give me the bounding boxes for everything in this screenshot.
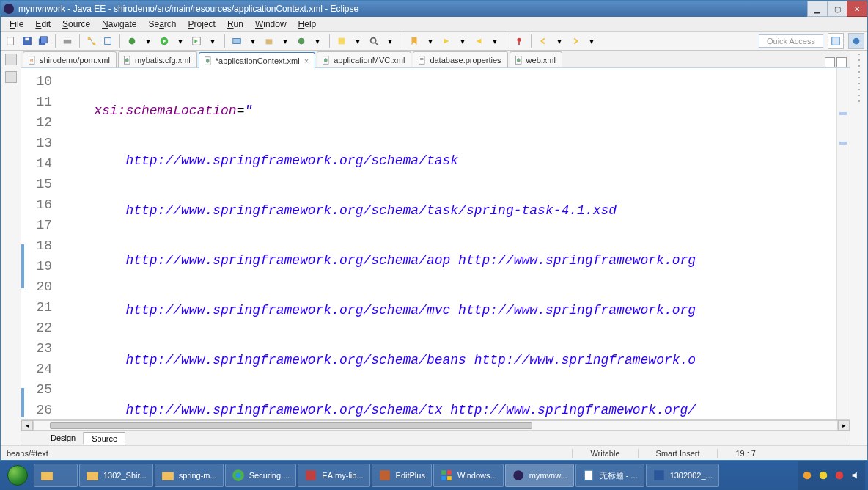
taskbar-word[interactable]: 1302002_...: [646, 464, 719, 487]
taskbar-chrome[interactable]: Securing ...: [225, 464, 297, 487]
console-icon[interactable]: [858, 100, 860, 102]
tray-icon[interactable]: [834, 470, 845, 480]
toggle-mark-button[interactable]: [407, 34, 422, 48]
svg-rect-14: [266, 39, 273, 44]
horizontal-scrollbar[interactable]: ◂ ▸: [21, 419, 850, 431]
next-annotation-button[interactable]: [439, 34, 454, 48]
dropdown-icon[interactable]: ▾: [278, 34, 293, 48]
source-tab[interactable]: Source: [84, 432, 125, 445]
scroll-thumb[interactable]: [50, 422, 532, 429]
open-type-button[interactable]: [334, 34, 349, 48]
current-line-marker: [21, 244, 24, 265]
taskbar-explorer[interactable]: [34, 464, 78, 487]
tab-pom-xml[interactable]: M shirodemo/pom.xml: [23, 51, 117, 67]
menu-run[interactable]: Run: [221, 18, 249, 31]
dropdown-icon[interactable]: ▾: [350, 34, 365, 48]
menu-source[interactable]: Source: [56, 18, 96, 31]
dropdown-icon[interactable]: ▾: [173, 34, 188, 48]
outline-icon[interactable]: [858, 59, 860, 61]
menu-window[interactable]: Window: [249, 18, 293, 31]
taskbar-notepad[interactable]: 无标题 - ...: [575, 464, 644, 487]
snippets-icon[interactable]: [858, 83, 860, 84]
run-button[interactable]: [157, 34, 172, 48]
tab-applicationmvc[interactable]: applicationMVC.xml: [317, 51, 411, 67]
task-list-icon[interactable]: [858, 65, 860, 67]
menu-project[interactable]: Project: [183, 18, 221, 31]
link-editor-button[interactable]: [84, 34, 99, 48]
tab-web-xml[interactable]: web.xml: [510, 51, 562, 67]
dropdown-icon[interactable]: ▾: [552, 34, 567, 48]
maximize-editor-icon[interactable]: [836, 57, 847, 67]
overview-mark[interactable]: [839, 142, 847, 145]
menu-search[interactable]: Search: [142, 18, 182, 31]
perspective-open-button[interactable]: [828, 33, 844, 49]
tab-mybatis-cfg[interactable]: mybatis.cfg.xml: [118, 51, 197, 67]
taskbar-item[interactable]: Windows...: [433, 464, 504, 487]
volume-icon[interactable]: [850, 470, 861, 480]
taskbar-item[interactable]: 1302_Shir...: [79, 464, 153, 487]
minimize-button[interactable]: ▁: [807, 1, 828, 17]
prev-annotation-button[interactable]: [471, 34, 486, 48]
start-button[interactable]: [3, 463, 32, 488]
close-button[interactable]: ✕: [847, 1, 867, 17]
design-tab[interactable]: Design: [43, 432, 84, 444]
overview-ruler[interactable]: [836, 68, 850, 419]
properties-icon[interactable]: [858, 95, 860, 96]
dropdown-icon[interactable]: ▾: [310, 34, 325, 48]
forward-button[interactable]: [568, 34, 583, 48]
taskbar-item[interactable]: EA:my-lib...: [298, 464, 369, 487]
tab-database-properties[interactable]: database.properties: [413, 51, 507, 67]
new-button[interactable]: [4, 34, 18, 48]
new-package-button[interactable]: [262, 34, 276, 48]
back-button[interactable]: [536, 34, 551, 48]
dropdown-icon[interactable]: ▾: [141, 34, 155, 48]
scroll-track[interactable]: [33, 420, 838, 431]
scroll-right-icon[interactable]: ▸: [838, 420, 850, 431]
restore-view-icon[interactable]: [858, 54, 860, 55]
run-last-button[interactable]: [189, 34, 204, 48]
dropdown-icon[interactable]: ▾: [423, 34, 438, 48]
pin-editor-button[interactable]: [512, 34, 526, 48]
debug-button[interactable]: [125, 34, 139, 48]
overview-mark[interactable]: [839, 112, 847, 115]
menu-edit[interactable]: Edit: [29, 18, 56, 31]
new-server-button[interactable]: [229, 34, 244, 48]
perspective-javaee-button[interactable]: [848, 33, 864, 49]
taskbar-editplus[interactable]: EditPlus: [372, 464, 432, 487]
new-class-button[interactable]: [294, 34, 309, 48]
toggle-button[interactable]: [100, 34, 115, 48]
search-button[interactable]: [367, 34, 381, 48]
tray-icon[interactable]: [818, 470, 828, 480]
dropdown-icon[interactable]: ▾: [584, 34, 599, 48]
dropdown-icon[interactable]: ▾: [488, 34, 502, 48]
menu-navigate[interactable]: Navigate: [96, 18, 142, 31]
system-tray[interactable]: [798, 461, 865, 490]
menu-file[interactable]: File: [4, 18, 29, 31]
scroll-left-icon[interactable]: ◂: [21, 420, 33, 431]
data-source-icon[interactable]: [858, 77, 860, 78]
project-explorer-icon[interactable]: [5, 71, 17, 83]
save-button[interactable]: [20, 34, 34, 48]
dropdown-icon[interactable]: ▾: [455, 34, 470, 48]
servers-icon[interactable]: [858, 71, 860, 73]
taskbar-item[interactable]: spring-m...: [155, 464, 224, 487]
code-content[interactable]: xsi:schemaLocation=" http://www.springfr…: [58, 68, 836, 419]
dropdown-icon[interactable]: ▾: [246, 34, 260, 48]
maximize-button[interactable]: ▢: [827, 1, 847, 17]
dropdown-icon[interactable]: ▾: [383, 34, 397, 48]
editor-body[interactable]: 10 11 12 13 14 15 16 17 18 19 20 21 22 2…: [21, 68, 850, 419]
quick-access-input[interactable]: Quick Access: [759, 34, 823, 48]
tab-applicationcontext[interactable]: *applicationContext.xml ×: [199, 52, 315, 68]
dropdown-icon[interactable]: ▾: [205, 34, 220, 48]
markers-icon[interactable]: [858, 89, 860, 90]
restore-view-icon[interactable]: [5, 54, 17, 65]
print-button[interactable]: [60, 34, 75, 48]
minimize-editor-icon[interactable]: [825, 57, 835, 67]
tray-icon[interactable]: [802, 470, 812, 480]
close-tab-icon[interactable]: ×: [304, 56, 309, 65]
menu-help[interactable]: Help: [293, 18, 323, 31]
titlebar[interactable]: mymvnwork - Java EE - shirodemo/src/main…: [1, 1, 867, 17]
toolbar-separator: [119, 34, 120, 48]
taskbar-eclipse[interactable]: mymvnw...: [505, 464, 574, 487]
save-all-button[interactable]: [36, 34, 51, 48]
